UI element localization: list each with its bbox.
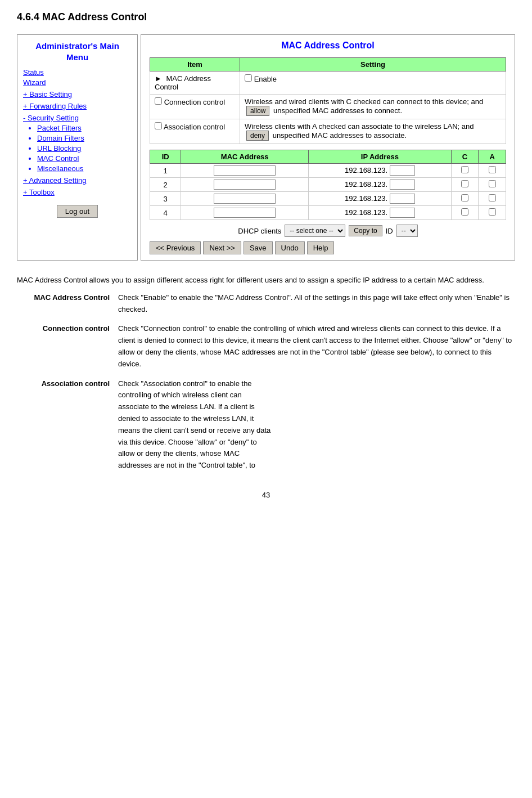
panel-title: MAC Address Control	[150, 41, 506, 51]
mac-row-id-3: 3	[150, 192, 181, 206]
deny-select[interactable]: deny	[246, 131, 269, 141]
mac-row-ip-2: 192.168.123.	[309, 178, 452, 192]
association-control-desc1: Wireless clients with A checked can asso…	[245, 122, 501, 131]
c-checkbox-3[interactable]	[461, 194, 468, 201]
mac-address-table: ID MAC Address IP Address C A 1 192.168.…	[150, 150, 506, 220]
mac-input-2[interactable]	[214, 180, 276, 190]
mac-row-a-4	[479, 206, 506, 220]
association-control-checkbox[interactable]	[155, 122, 162, 129]
sidebar-item-url-blocking[interactable]: URL Blocking	[37, 144, 132, 153]
sidebar-item-packet-filters[interactable]: Packet Filters	[37, 124, 132, 132]
sidebar-logout-area: Log out	[23, 205, 132, 218]
id-select[interactable]: --	[396, 225, 418, 237]
logout-button[interactable]: Log out	[57, 205, 98, 218]
connection-control-setting: Wireless and wired clients with C checke…	[240, 95, 506, 119]
desc-mac-address-control: MAC Address Control Check "Enable" to en…	[17, 292, 515, 316]
c-checkbox-4[interactable]	[461, 208, 468, 216]
mac-row-mac-2	[181, 178, 309, 192]
association-control-desc2: deny unspecified MAC addresses to associ…	[245, 131, 501, 141]
mac-row-id-2: 2	[150, 178, 181, 192]
desc-mac-label: MAC Address Control	[17, 292, 118, 316]
copy-to-button[interactable]: Copy to	[349, 225, 382, 236]
sidebar-basic-setting-link[interactable]: + Basic Setting	[23, 90, 132, 98]
desc-assoc-text3: associate to the wireless LAN. If a clie…	[118, 402, 255, 411]
desc-assoc-text1: Check "Association control" to enable th…	[118, 379, 252, 388]
mac-table-row-2: 2 192.168.123.	[150, 178, 506, 192]
sidebar-security-setting-link[interactable]: - Security Setting	[23, 114, 132, 122]
mac-input-4[interactable]	[214, 208, 276, 218]
desc-connection-text: Check "Connection control" to enable the…	[118, 323, 515, 370]
connection-control-desc2: allow unspecified MAC addresses to conne…	[245, 106, 501, 116]
mac-address-enable-checkbox[interactable]	[245, 74, 252, 82]
sidebar-toolbox-link[interactable]: + Toolbox	[23, 188, 132, 196]
sidebar-item-domain-filters[interactable]: Domain Filters	[37, 134, 132, 142]
sidebar-status-section: Status Wizard	[23, 68, 132, 87]
ip-suffix-input-1[interactable]	[390, 165, 415, 176]
mac-input-3[interactable]	[214, 194, 276, 204]
next-button[interactable]: Next >>	[203, 241, 241, 254]
ip-suffix-input-3[interactable]	[390, 194, 415, 204]
action-row: << Previous Next >> Save Undo Help	[150, 241, 506, 254]
sidebar-item-miscellaneous[interactable]: Miscellaneous	[37, 164, 132, 173]
dhcp-select[interactable]: -- select one --	[285, 225, 345, 237]
desc-assoc-text6: via this device. Choose "allow" or "deny…	[118, 438, 257, 446]
help-button[interactable]: Help	[307, 241, 335, 254]
col-setting: Setting	[240, 58, 506, 71]
ip-suffix-input-4[interactable]	[390, 208, 415, 218]
connection-control-label: Connection control	[164, 98, 225, 106]
connection-control-desc2-text: unspecified MAC addresses to connect.	[273, 106, 402, 115]
connection-control-row: Connection control Wireless and wired cl…	[150, 95, 506, 119]
mac-address-control-label: MAC Address Control	[155, 74, 211, 91]
association-control-label: Association control	[164, 123, 225, 131]
a-checkbox-2[interactable]	[489, 180, 496, 187]
page-title: 4.6.4 MAC Address Control	[17, 11, 515, 23]
mac-address-control-item: ► MAC Address Control	[150, 71, 240, 95]
allow-select[interactable]: allow	[246, 106, 269, 116]
sidebar-basic-setting: + Basic Setting	[23, 90, 132, 98]
sidebar-forwarding-rules: + Forwarding Rules	[23, 102, 132, 110]
desc-assoc-text5: means the client can't send or receive a…	[118, 426, 270, 434]
c-checkbox-1[interactable]	[461, 166, 468, 173]
save-button[interactable]: Save	[244, 241, 273, 254]
sidebar: Administrator's MainMenu Status Wizard +…	[17, 34, 138, 261]
mac-input-1[interactable]	[214, 165, 276, 176]
undo-button[interactable]: Undo	[275, 241, 305, 254]
connection-control-checkbox[interactable]	[155, 97, 162, 105]
sidebar-toolbox: + Toolbox	[23, 188, 132, 196]
main-panel: MAC Address Control Item Setting ► MAC A…	[141, 34, 515, 261]
a-checkbox-3[interactable]	[489, 194, 496, 201]
mac-row-a-2	[479, 178, 506, 192]
description-intro: MAC Address Control allows you to assign…	[17, 275, 515, 286]
sidebar-item-mac-control[interactable]: MAC Control	[37, 154, 132, 163]
c-checkbox-2[interactable]	[461, 180, 468, 187]
mac-address-control-setting: Enable	[240, 71, 506, 95]
sidebar-item-status[interactable]: Status	[23, 68, 132, 77]
dhcp-row: DHCP clients -- select one -- Copy to ID…	[150, 225, 506, 237]
sidebar-security-submenu: Packet Filters Domain Filters URL Blocki…	[29, 124, 132, 173]
sidebar-item-wizard[interactable]: Wizard	[23, 78, 132, 87]
mac-address-control-row: ► MAC Address Control Enable	[150, 71, 506, 95]
a-checkbox-4[interactable]	[489, 208, 496, 216]
ip-suffix-input-2[interactable]	[390, 180, 415, 190]
page-number: 43	[262, 491, 270, 499]
a-checkbox-1[interactable]	[489, 166, 496, 173]
mac-row-a-3	[479, 192, 506, 206]
mac-row-c-4	[451, 206, 479, 220]
enable-label: Enable	[254, 75, 277, 83]
mac-row-mac-4	[181, 206, 309, 220]
mac-table-col-c: C	[451, 150, 479, 164]
col-item: Item	[150, 58, 240, 71]
sidebar-advanced-setting-link[interactable]: + Advanced Setting	[23, 176, 132, 185]
ip-prefix-2: 192.168.123.	[345, 180, 387, 189]
association-control-desc2-text: unspecified MAC addresses to associate.	[273, 131, 407, 140]
association-control-setting: Wireless clients with A checked can asso…	[240, 119, 506, 144]
previous-button[interactable]: << Previous	[150, 241, 201, 254]
description-section: MAC Address Control allows you to assign…	[17, 275, 515, 479]
sidebar-forwarding-rules-link[interactable]: + Forwarding Rules	[23, 102, 132, 110]
desc-association-control: Association control Check "Association c…	[17, 378, 515, 472]
association-control-row: Association control Wireless clients wit…	[150, 119, 506, 144]
connection-control-item: Connection control	[150, 95, 240, 119]
id-label: ID	[386, 227, 393, 235]
mac-table-col-id: ID	[150, 150, 181, 164]
desc-assoc-text2: controlling of which wireless client can	[118, 391, 242, 399]
